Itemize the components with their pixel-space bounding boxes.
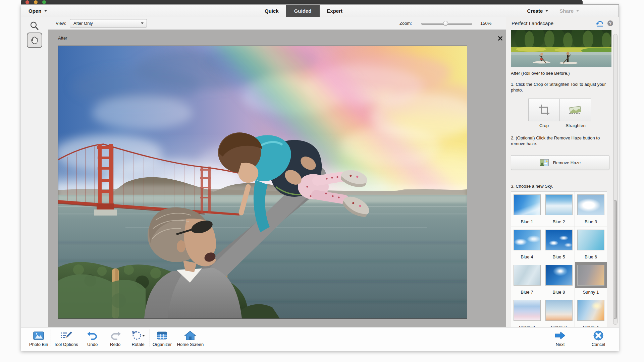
sky-thumbnail-image bbox=[514, 300, 541, 321]
open-button[interactable]: Open bbox=[29, 5, 47, 17]
sky-option-sunny-1[interactable]: Sunny 1 bbox=[575, 262, 607, 297]
redo-button[interactable]: Redo bbox=[104, 329, 127, 347]
zoom-tool-button[interactable] bbox=[28, 20, 41, 33]
sky-label: Blue 6 bbox=[585, 254, 597, 259]
sky-thumbnail-image bbox=[514, 230, 541, 250]
close-photo-button[interactable] bbox=[497, 35, 503, 41]
hand-tool-button[interactable] bbox=[27, 33, 42, 48]
taskbar-label: Photo Bin bbox=[29, 342, 48, 347]
taskbar-label: Organizer bbox=[153, 342, 172, 347]
rotate-icon bbox=[131, 330, 145, 341]
sky-thumbnail-image bbox=[577, 194, 604, 215]
sky-thumbnail-image bbox=[514, 194, 541, 215]
undo-icon bbox=[87, 330, 98, 341]
sky-label: Sunny 2 bbox=[519, 325, 535, 327]
sky-thumbnail[interactable] bbox=[511, 192, 543, 218]
sky-thumbnail[interactable] bbox=[543, 192, 575, 218]
cancel-button[interactable]: Cancel bbox=[586, 329, 610, 347]
sky-thumbnail[interactable] bbox=[575, 262, 607, 288]
zoom-slider[interactable] bbox=[421, 23, 472, 25]
chevron-down-icon bbox=[141, 22, 144, 24]
zoom-percent-value: 150% bbox=[480, 21, 491, 26]
straighten-tool-button[interactable] bbox=[559, 99, 591, 121]
sky-option-sunny-2[interactable]: Sunny 2 bbox=[511, 297, 543, 327]
crop-label: Crop bbox=[528, 123, 560, 128]
sky-thumbnail[interactable] bbox=[575, 297, 607, 323]
sky-option-blue-1[interactable]: Blue 1 bbox=[511, 192, 543, 227]
sky-option-blue-3[interactable]: Blue 3 bbox=[575, 192, 607, 227]
close-icon bbox=[498, 36, 502, 41]
photo-bin-button[interactable]: Photo Bin bbox=[26, 329, 51, 347]
after-rollover-note: After (Roll over to see Before.) bbox=[511, 71, 570, 76]
next-label: Next bbox=[556, 342, 565, 347]
step-3-instruction: 3. Choose a new Sky. bbox=[511, 183, 612, 189]
view-toolbar: View: After Only Zoom: 150% bbox=[48, 17, 506, 30]
taskbar-label: Undo bbox=[87, 342, 98, 347]
minimize-window-button[interactable] bbox=[34, 0, 38, 4]
panel-scrollbar[interactable] bbox=[613, 34, 618, 325]
mode-tabs: Quick Guided Expert bbox=[258, 5, 350, 17]
tool-options-icon bbox=[60, 330, 72, 341]
sky-option-sunny-4[interactable]: Sunny 4 bbox=[575, 297, 607, 327]
tool-options-button[interactable]: Tool Options bbox=[51, 329, 80, 347]
taskbar-label: Rotate bbox=[131, 342, 144, 347]
close-window-button[interactable] bbox=[25, 0, 29, 4]
next-button[interactable]: Next bbox=[548, 329, 572, 347]
remove-haze-icon bbox=[540, 159, 549, 166]
tab-quick[interactable]: Quick bbox=[258, 5, 286, 17]
view-mode-dropdown[interactable]: After Only bbox=[70, 19, 147, 27]
crop-tool-button[interactable] bbox=[528, 99, 560, 121]
crop-icon bbox=[538, 104, 550, 116]
guided-edit-preview-image[interactable] bbox=[511, 30, 611, 67]
sky-option-blue-8[interactable]: Blue 8 bbox=[543, 262, 575, 297]
tab-guided[interactable]: Guided bbox=[286, 5, 320, 17]
create-button[interactable]: Create bbox=[527, 8, 548, 14]
home-screen-button[interactable]: Home Screen bbox=[174, 329, 206, 347]
sky-option-blue-2[interactable]: Blue 2 bbox=[543, 192, 575, 227]
zoom-slider-thumb[interactable] bbox=[443, 21, 448, 26]
photo-view-label: After bbox=[58, 36, 67, 41]
create-button-label: Create bbox=[527, 8, 543, 14]
sky-thumbnail[interactable] bbox=[543, 297, 575, 323]
screen: Open Quick Guided Expert Create Share bbox=[0, 0, 644, 362]
sky-thumbnail[interactable] bbox=[511, 297, 543, 323]
chevron-down-icon bbox=[576, 10, 579, 12]
sky-option-blue-5[interactable]: Blue 5 bbox=[543, 227, 575, 262]
organizer-icon bbox=[157, 330, 167, 341]
sky-thumbnail-image bbox=[577, 300, 604, 321]
cancel-label: Cancel bbox=[592, 342, 605, 347]
sky-thumbnail[interactable] bbox=[575, 192, 607, 218]
step-1-instruction: 1. Click the Crop or Straighten Tool to … bbox=[511, 81, 612, 93]
undo-button[interactable]: Undo bbox=[81, 329, 104, 347]
rotate-button[interactable]: Rotate bbox=[127, 329, 150, 347]
sky-thumbnail[interactable] bbox=[511, 262, 543, 288]
share-button[interactable]: Share bbox=[559, 8, 579, 14]
panel-scrollbar-thumb[interactable] bbox=[614, 200, 617, 319]
guided-edit-panel: Perfect Landscape ? bbox=[506, 17, 619, 327]
window-titlebar bbox=[21, 0, 583, 4]
sky-thumbnail[interactable] bbox=[543, 262, 575, 288]
help-button[interactable]: ? bbox=[607, 20, 613, 28]
home-icon bbox=[184, 330, 196, 341]
tab-expert[interactable]: Expert bbox=[320, 5, 350, 17]
sky-option-blue-4[interactable]: Blue 4 bbox=[511, 227, 543, 262]
editor-canvas: After bbox=[48, 30, 506, 327]
zoom-window-button[interactable] bbox=[42, 0, 46, 4]
remove-haze-button[interactable]: Remove Haze bbox=[511, 155, 609, 170]
reset-button[interactable] bbox=[596, 20, 604, 28]
sky-thumbnail[interactable] bbox=[511, 227, 543, 253]
chevron-down-icon bbox=[44, 10, 47, 12]
after-photo[interactable] bbox=[58, 46, 467, 319]
next-arrow-icon bbox=[554, 330, 566, 341]
sky-thumbnail-image bbox=[545, 194, 573, 215]
sky-thumbnail[interactable] bbox=[575, 227, 607, 253]
organizer-button[interactable]: Organizer bbox=[150, 329, 174, 347]
sky-option-blue-6[interactable]: Blue 6 bbox=[575, 227, 607, 262]
zoom-label: Zoom: bbox=[399, 21, 412, 26]
straighten-icon bbox=[568, 105, 582, 115]
sky-thumbnail[interactable] bbox=[543, 227, 575, 253]
sky-option-sunny-3[interactable]: Sunny 3 bbox=[543, 297, 575, 327]
chevron-down-icon bbox=[545, 10, 548, 12]
sky-option-blue-7[interactable]: Blue 7 bbox=[511, 262, 543, 297]
sky-thumbnail-image bbox=[577, 230, 604, 250]
